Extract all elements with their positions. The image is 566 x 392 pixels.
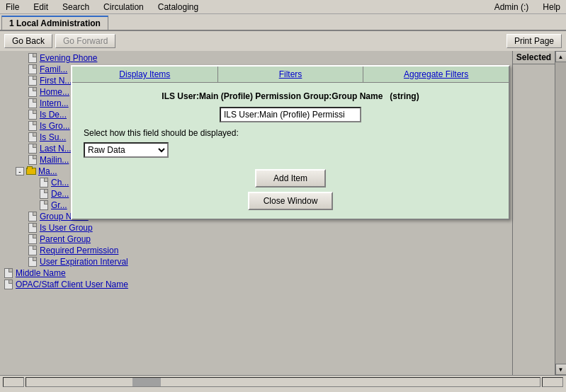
doc-icon [27,223,38,233]
menu-bar-left: File Edit Search Circulation Cataloging [3,2,492,12]
tree-item-expiration-interval[interactable]: User Expiration Interval [40,257,128,267]
list-item[interactable]: OPAC/Staff Client User Name [0,279,512,290]
doc-icon [27,64,38,74]
modal-tab-filters[interactable]: Filters [218,67,364,82]
status-left [3,377,24,387]
tree-item-required-permission[interactable]: Required Permission [40,246,118,255]
modal-select-row: Raw Data Formatted [84,142,497,158]
modal-body: ILS User:Main (Profile) Permission Group… [72,83,509,219]
go-back-button[interactable]: Go Back [4,34,52,48]
add-item-button[interactable]: Add Item [255,169,326,188]
modal-tab-filters-link[interactable]: Filters [279,69,302,79]
tree-item-link[interactable]: Is User Group [40,223,93,233]
selected-column: Selected [512,51,555,375]
tree-item-link[interactable]: Home... [40,87,69,97]
tree-item-link[interactable]: Gr... [51,200,67,210]
tree-item-link[interactable]: Ch... [51,178,69,188]
tree-item-link[interactable]: Intern... [40,98,69,108]
doc-icon [38,200,50,210]
modal-tab-bar: Display Items Filters Aggregate Filters [72,67,509,83]
tree-item-link[interactable]: First N... [40,76,72,86]
status-right [542,377,563,387]
tree-item-link[interactable]: Parent Group [40,234,91,244]
modal-tab-display-items[interactable]: Display Items [72,67,218,82]
close-window-button[interactable]: Close Window [248,192,334,210]
doc-icon [27,257,38,267]
tree-item-link[interactable]: Is Gro... [40,121,70,131]
collapse-icon[interactable]: - [16,167,24,175]
selected-header: Selected [513,51,555,64]
toolbar-left: Go Back Go Forward [4,34,115,48]
scroll-track[interactable] [555,62,567,364]
status-bar [0,375,566,388]
list-item[interactable]: Evening Phone [0,52,512,64]
print-page-button[interactable]: Print Page [506,34,562,48]
list-item[interactable]: Parent Group [0,234,512,245]
doc-icon [27,87,38,97]
toolbar: Go Back Go Forward Print Page [0,31,566,51]
scroll-down-button[interactable]: ▼ [555,364,567,375]
tab-local-admin[interactable]: 1 Local Administration [1,16,108,30]
list-item[interactable]: User Expiration Interval [0,256,512,267]
folder-open-icon [26,166,37,176]
doc-icon [27,212,38,221]
tree-item-link[interactable]: Is De... [40,110,67,120]
tree-item-link[interactable]: Ma... [38,166,57,176]
menu-circulation[interactable]: Circulation [101,2,147,12]
modal-dialog: Display Items Filters Aggregate Filters … [71,65,510,220]
doc-icon [27,98,38,108]
list-item[interactable]: Middle Name [0,267,512,279]
modal-field-input[interactable] [220,107,361,122]
doc-icon [3,279,14,289]
modal-title: ILS User:Main (Profile) Permission Group… [84,91,497,101]
doc-icon [27,121,38,131]
modal-button-row: Add Item Close Window [84,169,497,210]
list-item[interactable]: Required Permission [0,245,512,256]
tree-item-link[interactable]: De... [51,189,69,199]
scroll-up-button[interactable]: ▲ [555,51,567,62]
modal-tab-aggregate-filters-link[interactable]: Aggregate Filters [404,69,468,79]
doc-icon [3,268,14,278]
horizontal-scrollbar[interactable] [26,377,540,387]
modal-display-select[interactable]: Raw Data Formatted [84,142,169,158]
list-item[interactable]: Is User Group [0,222,512,234]
doc-icon [27,76,38,86]
modal-tab-aggregate-filters[interactable]: Aggregate Filters [363,67,509,82]
tree-item-opac-username[interactable]: OPAC/Staff Client User Name [16,279,128,289]
menu-edit[interactable]: Edit [30,2,51,12]
menu-search[interactable]: Search [60,2,92,12]
go-forward-button[interactable]: Go Forward [55,34,115,48]
tree-item-middle-name[interactable]: Middle Name [16,268,66,278]
menu-file[interactable]: File [3,2,22,12]
menu-help[interactable]: Help [540,2,563,12]
modal-field-row [84,107,497,122]
doc-icon [27,110,38,120]
tree-item-link[interactable]: Evening Phone [40,53,97,63]
modal-title-text: ILS User:Main (Profile) Permission Group… [162,91,383,101]
tree-item-link[interactable]: Is Su... [40,132,66,142]
doc-icon [27,144,38,154]
doc-icon [27,234,38,244]
doc-icon [27,132,38,142]
doc-icon [27,53,38,63]
menu-admin[interactable]: Admin (:) [492,2,532,12]
tab-bar: 1 Local Administration [0,14,566,31]
doc-icon [38,178,50,188]
menu-bar-right: Admin (:) Help [492,2,563,12]
tree-item-link[interactable]: Last N... [40,144,72,154]
modal-type-label: (string) [390,91,419,101]
menu-bar: File Edit Search Circulation Cataloging … [0,0,566,14]
doc-icon [27,155,38,165]
main-content: Evening Phone Famil... First N... Home..… [0,51,566,375]
tree-item-link[interactable]: Famil... [40,64,67,74]
modal-display-label: Select how this field should be displaye… [84,128,497,138]
doc-icon [27,246,38,255]
modal-tab-display-items-link[interactable]: Display Items [119,69,170,79]
tree-item-link[interactable]: Mailin... [40,155,69,165]
menu-cataloging[interactable]: Cataloging [155,2,201,12]
doc-icon [38,189,50,199]
vertical-scrollbar[interactable]: ▲ ▼ [555,51,566,375]
